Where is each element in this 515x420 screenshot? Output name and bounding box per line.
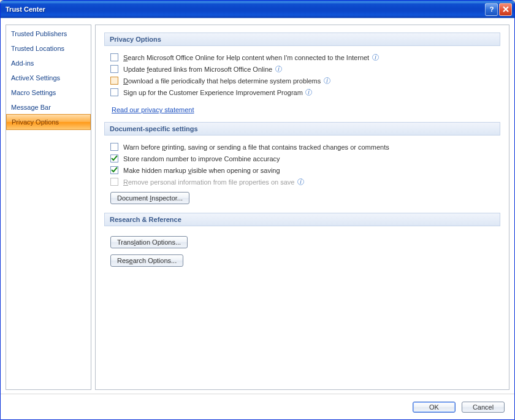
ok-button[interactable]: OK bbox=[413, 402, 456, 413]
checkbox-label: Search Microsoft Office Online for Help … bbox=[123, 54, 369, 61]
checkbox-icon bbox=[110, 53, 118, 61]
close-button[interactable] bbox=[499, 3, 512, 16]
checkbox-icon bbox=[110, 143, 118, 151]
trust-center-dialog: Trust Center ? Trusted Publishers Truste… bbox=[0, 0, 515, 420]
section-header-doc: Document-specific settings bbox=[104, 122, 500, 136]
svg-text:i: i bbox=[300, 178, 302, 185]
content-pane: Privacy Options Search Microsoft Office … bbox=[95, 25, 509, 390]
cancel-button[interactable]: Cancel bbox=[462, 402, 505, 413]
sidebar-item-macro-settings[interactable]: Macro Settings bbox=[6, 85, 91, 100]
checkbox-hidden-markup[interactable]: Make hidden markup visible when opening … bbox=[104, 165, 500, 177]
checkbox-icon bbox=[110, 155, 118, 162]
translation-options-button[interactable]: Translation Options... bbox=[110, 236, 188, 248]
help-button[interactable]: ? bbox=[485, 3, 498, 16]
svg-text:i: i bbox=[326, 77, 328, 84]
checkbox-label: Update featured links from Microsoft Off… bbox=[123, 66, 272, 73]
document-inspector-button[interactable]: Document Inspector... bbox=[110, 192, 189, 204]
window-title: Trust Center bbox=[6, 6, 45, 13]
sidebar-item-add-ins[interactable]: Add-ins bbox=[6, 56, 91, 71]
checkbox-icon bbox=[110, 166, 118, 174]
section-header-research: Research & Reference bbox=[104, 213, 500, 226]
sidebar-item-message-bar[interactable]: Message Bar bbox=[6, 100, 91, 115]
checkbox-icon bbox=[110, 178, 118, 186]
svg-text:i: i bbox=[278, 66, 280, 72]
privacy-statement-link[interactable]: Read our privacy statement bbox=[112, 106, 194, 113]
checkbox-icon bbox=[110, 77, 118, 85]
checkbox-label: Warn before printing, saving or sending … bbox=[123, 143, 389, 151]
section-header-privacy: Privacy Options bbox=[104, 32, 500, 46]
sidebar-item-privacy-options[interactable]: Privacy Options bbox=[6, 114, 91, 130]
info-icon[interactable]: i bbox=[297, 178, 304, 186]
info-icon[interactable]: i bbox=[305, 89, 313, 96]
dialog-footer: OK Cancel bbox=[1, 394, 514, 416]
checkbox-warn-print[interactable]: Warn before printing, saving or sending … bbox=[104, 142, 500, 153]
checkbox-icon bbox=[110, 65, 118, 73]
checkbox-label: Remove personal information from file pr… bbox=[123, 178, 294, 186]
svg-text:?: ? bbox=[489, 6, 494, 13]
checkbox-update-featured[interactable]: Update featured links from Microsoft Off… bbox=[104, 64, 500, 75]
sidebar-item-trusted-publishers[interactable]: Trusted Publishers bbox=[6, 26, 91, 41]
checkbox-label: Sign up for the Customer Experience Impr… bbox=[123, 89, 303, 96]
checkbox-store-random[interactable]: Store random number to improve Combine a… bbox=[104, 153, 500, 165]
sidebar-item-activex-settings[interactable]: ActiveX Settings bbox=[6, 71, 91, 85]
checkbox-icon bbox=[110, 88, 118, 96]
checkbox-label: Make hidden markup visible when opening … bbox=[123, 167, 280, 174]
checkbox-label: Store random number to improve Combine a… bbox=[123, 155, 280, 162]
svg-text:i: i bbox=[308, 89, 310, 96]
checkbox-search-online[interactable]: Search Microsoft Office Online for Help … bbox=[104, 52, 500, 64]
sidebar-item-trusted-locations[interactable]: Trusted Locations bbox=[6, 41, 91, 56]
checkbox-label: Download a file periodically that helps … bbox=[123, 77, 321, 85]
checkbox-download-periodically[interactable]: Download a file periodically that helps … bbox=[104, 75, 500, 87]
svg-text:i: i bbox=[375, 54, 376, 61]
checkbox-ceip[interactable]: Sign up for the Customer Experience Impr… bbox=[104, 87, 500, 99]
research-options-button[interactable]: Research Options... bbox=[110, 254, 183, 267]
checkbox-remove-personal: Remove personal information from file pr… bbox=[104, 177, 500, 188]
info-icon[interactable]: i bbox=[275, 66, 282, 73]
sidebar: Trusted Publishers Trusted Locations Add… bbox=[6, 25, 91, 390]
titlebar: Trust Center ? bbox=[1, 1, 514, 18]
info-icon[interactable]: i bbox=[323, 77, 330, 85]
client-area: Trusted Publishers Trusted Locations Add… bbox=[1, 18, 514, 419]
info-icon[interactable]: i bbox=[372, 54, 379, 61]
